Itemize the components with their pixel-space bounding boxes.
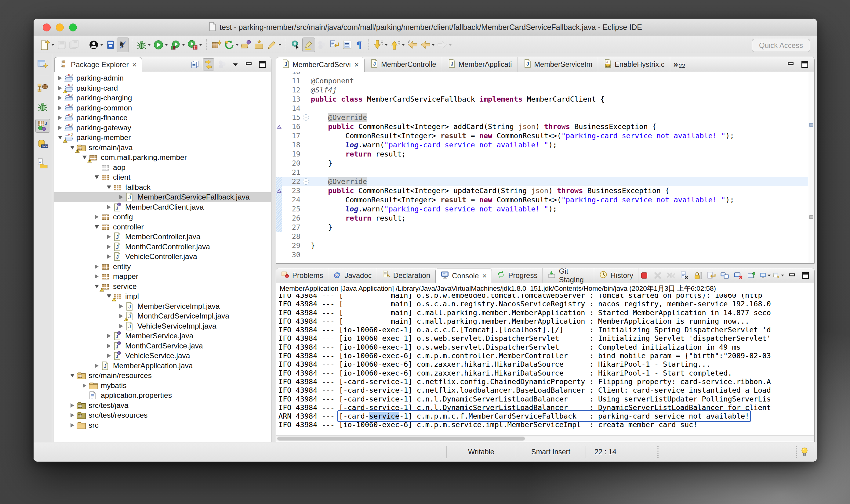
code-line-19[interactable]: 19 return result; [276,149,808,159]
update-project-icon[interactable] [223,37,240,52]
tree-item-vehicleserviceimpl-java[interactable]: JVehicleServiceImpl.java [54,321,271,331]
close-icon[interactable]: × [482,271,487,281]
show-stderr-icon[interactable] [732,269,744,282]
tree-item-membercardservicefallback-java[interactable]: JMemberCardServiceFallback.java [54,192,271,202]
java-perspective-icon[interactable]: J [35,119,50,133]
dropdown-arrow-icon[interactable] [100,44,103,46]
tree-item-parking-card[interactable]: JMparking-card [54,83,271,93]
maximize-icon[interactable] [800,269,811,282]
code-line-12[interactable]: 12@Slf4j [276,86,808,94]
terminate-icon[interactable] [638,269,650,282]
back-icon[interactable] [419,37,436,52]
mark-occurrences-icon[interactable] [302,37,315,52]
tree-item-monthcardcontroller-java[interactable]: JMonthCardController.java [54,242,271,252]
tree-expand-arrow[interactable] [93,265,101,269]
fold-collapse-icon[interactable]: − [302,113,311,122]
tree-expand-arrow[interactable] [81,383,89,388]
code-line-16[interactable]: 16 public CommonResult<Integer> addCard(… [276,122,808,131]
tree-item-memberserviceimpl-java[interactable]: JMemberServiceImpl.java [54,302,271,311]
close-window-button[interactable] [43,23,51,32]
remote-console-icon[interactable] [104,37,117,52]
code-line-10[interactable]: 10 [276,72,808,76]
tree-expand-arrow[interactable] [105,235,113,239]
code-line-30[interactable]: 30 [276,250,808,259]
select-element-icon[interactable] [117,37,129,52]
code-line-29[interactable]: 29} [276,241,808,250]
dropdown-arrow-icon[interactable] [432,44,435,46]
code-editor[interactable]: 1011@Component12@Slf4j13public class Mem… [276,72,814,263]
dropdown-arrow-icon[interactable] [165,44,168,46]
tree-expand-arrow[interactable] [56,76,64,80]
scroll-lock-icon[interactable] [692,269,704,282]
minimize-window-button[interactable] [56,23,64,32]
dropdown-arrow-icon[interactable] [767,274,770,276]
zoom-window-button[interactable] [69,23,77,32]
tree-item-src[interactable]: src [54,420,271,431]
dropdown-arrow-icon[interactable] [781,274,784,276]
dropdown-arrow-icon[interactable] [148,44,151,46]
tree-item-parking-common[interactable]: JMparking-common [54,103,271,113]
tree-item-monthcardserviceimpl-java[interactable]: JMonthCardServiceImpl.java [54,311,271,321]
tree-item-controller[interactable]: controller [54,222,271,232]
dropdown-arrow-icon[interactable] [278,44,281,46]
tree-item-fallback[interactable]: fallback [54,182,271,193]
lightbulb-icon[interactable] [800,447,809,457]
search-brush-icon[interactable] [266,37,283,52]
dropdown-arrow-icon[interactable] [236,44,239,46]
code-line-18[interactable]: 18 log.warn("parking-card service not av… [276,140,808,149]
maximize-icon[interactable] [799,58,811,71]
tab-declaration[interactable]: Declaration [377,268,435,283]
tree-item-monthcardservice-java[interactable]: JIMonthCardService.java [54,341,271,351]
show-whitespace-icon[interactable]: ¶ [353,37,365,52]
code-line-27[interactable]: 27 } [276,223,808,232]
resource-perspective-icon[interactable] [35,157,50,170]
tree-item-mapper[interactable]: mapper [54,271,271,282]
previous-annotation-icon[interactable] [389,37,406,52]
run-icon[interactable] [152,37,169,52]
tree-item-parking-charging[interactable]: JMparking-charging [54,93,271,103]
dropdown-arrow-icon[interactable] [182,44,185,46]
tree-expand-arrow[interactable] [105,344,113,348]
tree-item-src-main-resources[interactable]: src/main/resources [54,371,271,381]
tree-item-parking-finance[interactable]: JMparking-finance [54,113,271,123]
outline-icon[interactable] [341,37,353,52]
tree-item-membercardclient-java[interactable]: JIMemberCardClient.java [54,202,271,212]
code-line-22[interactable]: 22− @Override [276,177,808,186]
svn-perspective-icon[interactable]: SVN [35,138,50,151]
display-console-icon[interactable] [759,269,771,282]
next-edit-icon[interactable] [328,37,341,52]
tree-expand-arrow[interactable] [117,195,125,199]
debug-perspective-icon[interactable] [35,100,50,114]
tree-expand-arrow[interactable] [56,96,64,100]
new-wizard-icon[interactable] [38,37,55,52]
tree-item-vehicleservice-java[interactable]: JIVehicleService.java [54,351,271,361]
code-line-20[interactable]: 20 } [276,159,808,168]
tree-item-parking-gateway[interactable]: JMparking-gateway [54,123,271,133]
tree-item-service[interactable]: service [54,282,271,292]
dropdown-arrow-icon[interactable] [402,44,405,46]
word-wrap-icon[interactable] [706,269,717,282]
code-line-17[interactable]: 17 CommonResult<Integer> result = new Co… [276,131,808,140]
minimize-icon[interactable] [785,58,797,71]
tree-expand-arrow[interactable] [68,403,76,408]
dropdown-arrow-icon[interactable] [51,44,54,46]
open-console-icon[interactable] [773,269,784,282]
tree-item-com-mall-parking-member[interactable]: com.mall.parking.member [54,152,271,163]
code-line-25[interactable]: 25 log.warn("parking-card service not av… [276,204,808,214]
tree-expand-arrow[interactable] [93,225,101,229]
tab-package-explorer[interactable]: Package Explorer × [54,57,142,72]
tree-expand-arrow[interactable] [56,115,64,120]
dropdown-arrow-icon[interactable] [449,44,452,46]
status-drag-handle[interactable] [657,446,660,458]
console-log[interactable]: IFO 43984 --- [ main] o.s.b.w.embedded.t… [276,294,814,435]
tree-expand-arrow[interactable] [105,205,113,209]
code-line-24[interactable]: 24 CommonResult<Integer> result = new Co… [276,195,808,204]
next-annotation-icon[interactable] [372,37,389,52]
tree-item-src-main-java[interactable]: src/main/java [54,143,271,153]
tree-item-config[interactable]: config [54,212,271,222]
tree-expand-arrow[interactable] [105,354,113,358]
tree-expand-arrow[interactable] [93,215,101,219]
tree-item-entity[interactable]: entity [54,262,271,272]
tab-javadoc[interactable]: @Javadoc [328,268,377,283]
tab-git-staging[interactable]: Git Staging [542,268,594,283]
